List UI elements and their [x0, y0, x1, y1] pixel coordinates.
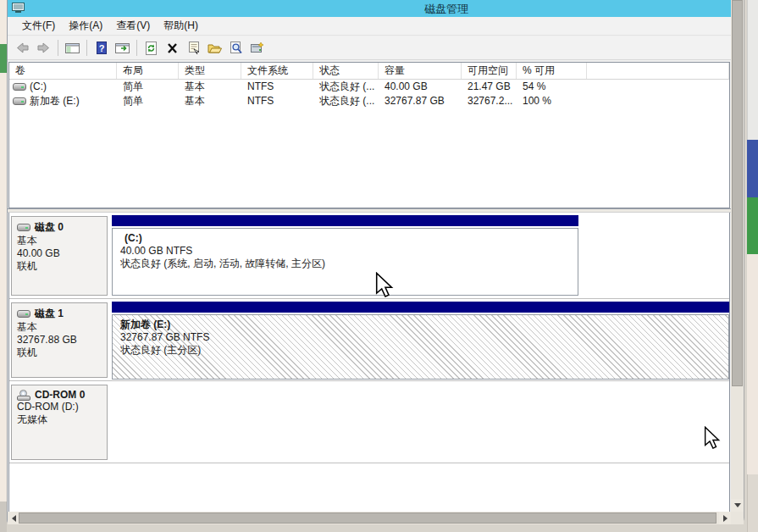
- volume-row-e[interactable]: 新加卷 (E:) 简单 基本 NTFS 状态良好 (... 32767.87 G…: [9, 94, 729, 108]
- refresh-icon: [144, 41, 158, 56]
- graphical-view-pane: 磁盘 0 基本 40.00 GB 联机 (C:) 40.00 GB NTFS 状…: [8, 213, 730, 512]
- help-button[interactable]: ?: [91, 38, 112, 58]
- console-tree-icon: [64, 42, 80, 55]
- background-blue-fragment: [747, 140, 758, 197]
- drive-icon: [13, 83, 26, 91]
- disk0-name: 磁盘 0: [35, 220, 64, 235]
- drive-icon: [13, 97, 26, 105]
- cdrom-row: CD-ROM 0 CD-ROM (D:) 无媒体: [9, 381, 729, 463]
- column-header-status[interactable]: 状态: [313, 63, 379, 79]
- desktop-edge-left-bottom: [0, 502, 7, 532]
- partition-e-info: 32767.87 GB NTFS: [120, 331, 721, 344]
- disk1-status: 联机: [17, 346, 102, 359]
- rescan-disks-icon: [249, 41, 265, 55]
- column-header-filesystem[interactable]: 文件系统: [241, 63, 313, 79]
- volume-cell-free: 21.47 GB: [462, 80, 517, 94]
- partition-c[interactable]: (C:) 40.00 GB NTFS 状态良好 (系统, 启动, 活动, 故障转…: [112, 215, 578, 296]
- volume-cell-name: 新加卷 (E:): [9, 94, 117, 108]
- scroll-down-button[interactable]: [731, 499, 744, 512]
- desktop-edge-right: [747, 0, 758, 532]
- column-header-capacity[interactable]: 容量: [379, 63, 462, 79]
- show-action-pane-button[interactable]: [112, 38, 133, 58]
- disk0-status: 联机: [17, 260, 102, 273]
- column-header-layout[interactable]: 布局: [117, 63, 179, 79]
- column-header-type[interactable]: 类型: [179, 63, 241, 79]
- disk-icon: [17, 224, 30, 231]
- volume-row-c[interactable]: (C:) 简单 基本 NTFS 状态良好 (... 40.00 GB 21.47…: [9, 80, 729, 94]
- magnifier-icon: [229, 41, 244, 55]
- toolbar-separator: [58, 40, 58, 56]
- vertical-scrollbar[interactable]: [731, 0, 744, 512]
- disk1-size: 32767.88 GB: [17, 334, 102, 346]
- column-header-free-space[interactable]: 可用空间: [462, 63, 517, 79]
- column-header-blank: [587, 63, 729, 79]
- partition-c-name: (C:): [120, 232, 570, 245]
- disk-row-1: 磁盘 1 基本 32767.88 GB 联机 新加卷 (E:) 32767.87…: [9, 299, 729, 381]
- disk-management-window: 磁盘管理 文件(F) 操作(A) 查看(V) 帮助(H): [7, 0, 744, 524]
- disk0-label-box[interactable]: 磁盘 0 基本 40.00 GB 联机: [11, 216, 108, 296]
- back-button[interactable]: [12, 38, 33, 58]
- vertical-scrollbar-thumb[interactable]: [732, 0, 743, 386]
- background-green-fragment: [747, 197, 758, 254]
- cdrom-media-status: 无媒体: [17, 413, 102, 426]
- show-console-tree-button[interactable]: [62, 38, 83, 58]
- desktop-icon-fragment: [0, 44, 7, 73]
- open-folder-icon: [207, 42, 223, 55]
- horizontal-scrollbar-thumb[interactable]: [19, 513, 717, 524]
- open-button[interactable]: [204, 38, 225, 58]
- toolbar-separator: [136, 40, 137, 56]
- partition-e-name: 新加卷 (E:): [120, 319, 721, 331]
- disk1-kind: 基本: [17, 321, 102, 334]
- disk-icon: [17, 310, 30, 318]
- toolbar: ?: [8, 36, 731, 60]
- desktop-edge-right-bottom: [747, 474, 758, 532]
- cdrom-label-box[interactable]: CD-ROM 0 CD-ROM (D:) 无媒体: [11, 385, 108, 460]
- menu-view[interactable]: 查看(V): [109, 16, 157, 36]
- menu-action[interactable]: 操作(A): [62, 16, 109, 36]
- properties-button[interactable]: [183, 38, 204, 58]
- volume-cell-free: 32767.2...: [462, 94, 517, 108]
- forward-icon: [36, 41, 52, 55]
- volume-cell-status: 状态良好 (...: [313, 80, 379, 94]
- disk1-label-box[interactable]: 磁盘 1 基本 32767.88 GB 联机: [11, 302, 108, 378]
- arrow-left-icon: [12, 515, 16, 522]
- volume-cell-layout: 简单: [117, 80, 179, 94]
- scroll-right-button[interactable]: [719, 512, 731, 524]
- volume-cell-status: 状态良好 (...: [313, 94, 379, 108]
- scroll-left-button[interactable]: [8, 512, 19, 524]
- screen: { "window": { "title": "磁盘管理" }, "menu":…: [0, 0, 758, 532]
- partition-e-status: 状态良好 (主分区): [120, 344, 721, 357]
- volume-list-pane: 卷 布局 类型 文件系统 状态 容量 可用空间 % 可用 (C:) 简单 基本 …: [8, 62, 730, 208]
- horizontal-scrollbar[interactable]: [8, 512, 731, 524]
- menu-file[interactable]: 文件(F): [15, 16, 62, 36]
- rescan-disks-button[interactable]: [246, 38, 268, 58]
- volume-list-header: 卷 布局 类型 文件系统 状态 容量 可用空间 % 可用: [9, 63, 729, 80]
- background-window-fragment: [747, 0, 758, 140]
- volume-cell-type: 基本: [179, 94, 241, 108]
- volume-cell-fs: NTFS: [241, 80, 313, 94]
- menu-help[interactable]: 帮助(H): [157, 16, 205, 36]
- title-bar[interactable]: 磁盘管理: [8, 0, 731, 17]
- forward-button[interactable]: [33, 38, 54, 58]
- arrow-right-icon: [723, 515, 728, 522]
- back-icon: [14, 41, 30, 55]
- delete-button[interactable]: [162, 38, 183, 58]
- volume-cell-type: 基本: [179, 80, 241, 94]
- disk1-name: 磁盘 1: [35, 307, 64, 321]
- properties-icon: [186, 41, 202, 55]
- volume-cell-fs: NTFS: [241, 94, 313, 108]
- menu-bar: 文件(F) 操作(A) 查看(V) 帮助(H): [8, 17, 731, 36]
- cdrom-icon: [17, 390, 30, 401]
- desktop-edge-left: [0, 0, 7, 532]
- partition-e[interactable]: 新加卷 (E:) 32767.87 GB NTFS 状态良好 (主分区): [112, 302, 729, 380]
- toolbar-separator: [86, 40, 87, 56]
- column-header-volume[interactable]: 卷: [9, 63, 117, 79]
- column-header-pct-free[interactable]: % 可用: [517, 63, 587, 79]
- action-pane-icon: [114, 42, 130, 55]
- refresh-button[interactable]: [141, 38, 162, 58]
- volume-cell-pct: 100 %: [517, 94, 587, 108]
- help-icon: ?: [95, 41, 108, 55]
- partition-c-info: 40.00 GB NTFS: [120, 245, 570, 258]
- scrollbar-corner: [731, 512, 744, 524]
- find-button[interactable]: [225, 38, 246, 58]
